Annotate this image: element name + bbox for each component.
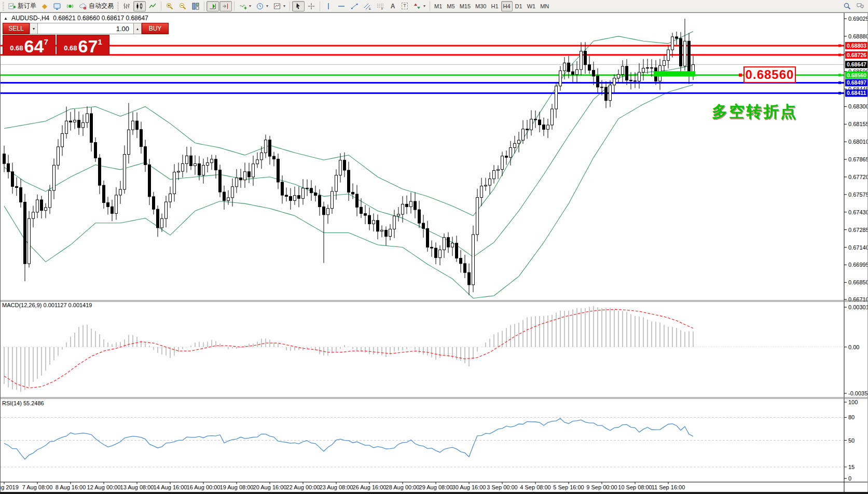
svg-text:14 Aug 16:00: 14 Aug 16:00 (154, 484, 187, 490)
sell-price-pip: 7 (44, 37, 48, 46)
channel-button[interactable]: E (361, 1, 374, 11)
svg-text:0.68560: 0.68560 (847, 72, 866, 78)
svg-text:0.003015: 0.003015 (848, 304, 868, 310)
chart-shift-icon (222, 2, 230, 10)
zoom-out-button[interactable] (176, 1, 189, 11)
fibonacci-button[interactable]: F (374, 1, 387, 11)
new-order-icon (8, 2, 16, 10)
line-chart-button[interactable] (146, 1, 159, 11)
turning-point-annotation[interactable]: 多空转折点 (712, 101, 797, 122)
periods-button[interactable]: ▾ (254, 1, 270, 11)
sell-price-prefix: 0.68 (10, 44, 23, 52)
timeframe-m1-button[interactable]: M1 (432, 1, 444, 11)
buy-price-pip: 1 (98, 37, 102, 46)
svg-text:0.68726: 0.68726 (847, 52, 866, 58)
dropdown-arrow-icon: ▾ (266, 4, 268, 8)
chart-shift-button[interactable] (219, 1, 232, 11)
bar-chart-icon (122, 2, 131, 10)
arrows-button[interactable]: ▾ (411, 1, 428, 11)
timeframe-h4-button[interactable]: H4 (501, 1, 513, 11)
svg-text:0.67140: 0.67140 (848, 244, 868, 251)
crosshair-button[interactable] (305, 1, 318, 11)
volume-decrease-button[interactable]: ▾ (30, 23, 38, 34)
svg-text:0.68300: 0.68300 (848, 103, 868, 109)
chat-bubbles-icon (856, 2, 864, 10)
tile-windows-button[interactable] (189, 1, 202, 11)
svg-text:100: 100 (848, 399, 858, 405)
svg-text:19 Aug 08:00: 19 Aug 08:00 (220, 484, 254, 490)
timeframe-m30-button[interactable]: M30 (473, 1, 488, 11)
search-icon (843, 2, 851, 10)
indicators-icon (239, 2, 247, 10)
horizontal-line-button[interactable] (335, 1, 348, 11)
svg-text:5 Sep 16:00: 5 Sep 16:00 (553, 484, 584, 490)
signals-button[interactable] (64, 1, 76, 11)
volume-increase-button[interactable]: ▴ (133, 23, 142, 34)
timeframe-mn-button[interactable]: MN (538, 1, 551, 11)
buy-price-prefix: 0.68 (64, 44, 77, 52)
sell-price-tile[interactable]: 0.68 64 7 (3, 35, 56, 56)
terminal-button[interactable] (51, 1, 63, 11)
svg-text:7 Aug 08:00: 7 Aug 08:00 (22, 484, 53, 490)
svg-text:20 Aug 16:00: 20 Aug 16:00 (253, 484, 287, 490)
buy-button[interactable]: BUY (142, 23, 169, 34)
tile-windows-icon (191, 2, 200, 10)
timeframe-d1-button[interactable]: D1 (513, 1, 525, 11)
sell-button[interactable]: SELL (3, 23, 30, 34)
new-order-label: 新订单 (18, 2, 36, 10)
search-button[interactable] (841, 1, 853, 11)
svg-text:22 Aug 00:00: 22 Aug 00:00 (286, 484, 320, 490)
sell-price-big: 64 (24, 39, 44, 53)
collapse-chart-icon[interactable]: ▲ (4, 16, 8, 21)
market-depth-button[interactable]: ◆ (39, 1, 50, 11)
dropdown-arrow-icon: ▾ (283, 4, 285, 8)
timeframe-m15-button[interactable]: M15 (458, 1, 473, 11)
arrows-icon (413, 2, 421, 10)
auto-scroll-button[interactable] (206, 1, 219, 11)
svg-text:23 Aug 08:00: 23 Aug 08:00 (320, 484, 353, 490)
svg-text:0.68497: 0.68497 (847, 79, 866, 86)
svg-text:6 Aug 2019: 6 Aug 2019 (0, 484, 19, 490)
line-chart-icon (148, 2, 157, 10)
trendline-icon (350, 2, 359, 10)
svg-text:0.68647: 0.68647 (847, 61, 866, 67)
trendline-button[interactable] (348, 1, 361, 11)
timeframe-m5-button[interactable]: M5 (445, 1, 457, 11)
timeframe-h1-button[interactable]: H1 (489, 1, 500, 11)
chart-canvas[interactable]: 0.690250.688800.687350.685900.684450.683… (0, 12, 868, 494)
price-annotation-box[interactable]: 0.68560 (743, 66, 796, 83)
signal-waves-icon (66, 2, 74, 10)
chat-button[interactable] (854, 1, 866, 11)
zoom-in-button[interactable] (163, 1, 176, 11)
one-click-trading-panel: SELL ▾ ▴ BUY 0.68 64 7 0.68 67 1 (3, 23, 109, 56)
cursor-button[interactable] (292, 1, 305, 11)
svg-text:16 Aug 00:00: 16 Aug 00:00 (187, 484, 221, 490)
text-button[interactable]: A (387, 1, 398, 11)
svg-text:28 Aug 00:00: 28 Aug 00:00 (386, 484, 420, 490)
candlestick-chart-button[interactable] (133, 1, 146, 11)
templates-button[interactable]: ▾ (271, 1, 287, 11)
buy-price-tile[interactable]: 0.68 67 1 (57, 35, 109, 56)
svg-text:15: 15 (848, 464, 855, 470)
chart-title: ▲ AUDUSD-,H4 0.68621 0.68660 0.68617 0.6… (4, 15, 148, 22)
zoom-out-icon (178, 2, 187, 10)
bar-chart-button[interactable] (120, 1, 133, 11)
vertical-line-button[interactable] (322, 1, 335, 11)
equidistant-channel-icon: E (363, 2, 371, 10)
svg-text:80: 80 (848, 414, 855, 420)
text-a-icon: A (391, 2, 395, 10)
svg-text:13 Aug 08:00: 13 Aug 08:00 (120, 484, 154, 490)
indicators-button[interactable]: ▾ (237, 1, 253, 11)
label-button[interactable]: T (399, 1, 410, 11)
rsi-indicator-label: RSI(14) 55.2486 (2, 400, 44, 406)
svg-text:0.68411: 0.68411 (847, 90, 866, 96)
volume-input[interactable] (38, 23, 133, 34)
timeframe-w1-button[interactable]: W1 (525, 1, 538, 11)
fibonacci-icon: F (376, 2, 384, 10)
autotrading-button[interactable]: 自动交易 (77, 1, 116, 11)
svg-text:0.67430: 0.67430 (848, 209, 868, 215)
svg-text:0.67575: 0.67575 (848, 191, 868, 198)
new-order-button[interactable]: 新订单 (6, 1, 38, 11)
svg-text:0.66850: 0.66850 (848, 279, 868, 285)
terminal-icon (53, 2, 61, 10)
